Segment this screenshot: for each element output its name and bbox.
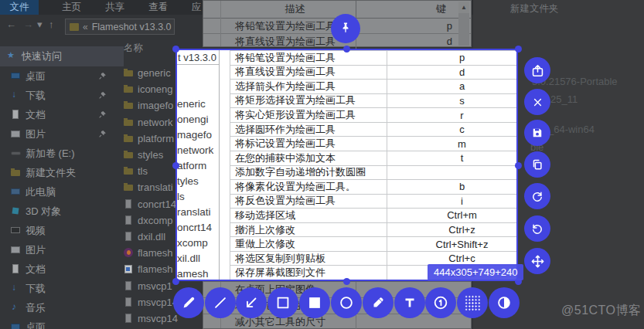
history-dropdown-icon[interactable]: ▾	[37, 19, 43, 30]
pin-tool-button[interactable]	[331, 14, 360, 43]
sidebar-item-icon	[11, 303, 21, 313]
text-tool-button[interactable]	[394, 287, 425, 318]
sidebar-item-icon	[11, 226, 21, 236]
column-header-key[interactable]: 键	[356, 1, 471, 18]
sidebar-item-label: 文档	[26, 263, 46, 276]
chevron-icon: «	[83, 22, 88, 32]
sidebar-item[interactable]: 文档	[0, 105, 124, 124]
file-item[interactable]: tls	[124, 163, 178, 179]
copy-button[interactable]	[524, 151, 550, 178]
undo-button[interactable]	[524, 215, 550, 242]
invert-tool-button[interactable]	[489, 287, 520, 318]
close-button[interactable]	[524, 89, 550, 115]
file-item[interactable]: styles	[124, 147, 178, 163]
file-name: imagefo	[138, 100, 173, 111]
sidebar-item[interactable]: 文档	[0, 259, 124, 279]
sidebar-item-quick-access[interactable]: 快速访问	[0, 46, 124, 66]
sidebar-item[interactable]: 新建文件夹	[0, 163, 124, 182]
selection-handle-top-right[interactable]	[515, 46, 522, 53]
selection-handle-mid-right[interactable]	[515, 162, 522, 169]
sidebar-item[interactable]: 图片	[0, 124, 124, 144]
sidebar-item[interactable]: 桌面	[0, 66, 124, 86]
selection-handle-top-left[interactable]	[172, 46, 179, 53]
sidebar-item[interactable]: 图片	[0, 240, 124, 259]
pin-icon	[98, 130, 107, 138]
counter-tool-button[interactable]	[425, 287, 456, 318]
file-item[interactable]: dxcomp	[124, 212, 178, 229]
file-item[interactable]: iconeng	[124, 81, 178, 97]
filled-rectangle-tool-button[interactable]	[299, 287, 330, 318]
shortcut-key: d	[356, 34, 471, 49]
selection-handle-top-center[interactable]	[343, 46, 350, 53]
open-app-button[interactable]	[524, 57, 550, 83]
file-item[interactable]: imagefo	[124, 97, 178, 114]
pin-icon	[98, 110, 107, 119]
file-icon	[124, 134, 134, 144]
sidebar-item[interactable]: 新加卷 (E:)	[0, 144, 124, 163]
sidebar-item-icon	[11, 110, 21, 120]
scroll-up-icon[interactable]: ▲	[458, 2, 469, 13]
selection-handle-bottom-center[interactable]	[343, 278, 350, 285]
forward-icon[interactable]: →	[23, 19, 33, 30]
selection-border[interactable]	[175, 49, 518, 281]
address-bar[interactable]: « Flameshot v13.3.0	[65, 19, 175, 35]
file-item[interactable]: msvcp1	[124, 277, 178, 293]
sidebar-item-label: 新加卷 (E:)	[26, 147, 75, 161]
file-name: concrt14	[138, 198, 176, 210]
sidebar-item[interactable]: 视频	[0, 221, 124, 240]
column-header-description[interactable]: 描述	[203, 1, 356, 18]
sidebar-item-icon	[11, 71, 21, 81]
file-icon	[124, 264, 134, 274]
file-item[interactable]: platform	[124, 131, 178, 147]
file-icon	[124, 117, 134, 127]
line-tool-button[interactable]	[205, 287, 236, 318]
pencil-tool-button[interactable]	[173, 287, 204, 318]
back-icon[interactable]: ←	[6, 19, 16, 30]
file-name: translati	[138, 181, 173, 193]
selection-handle-mid-left[interactable]	[172, 162, 179, 169]
file-item[interactable]: concrt14	[124, 196, 178, 212]
file-item[interactable]: msvcp14	[124, 294, 178, 310]
close-icon	[531, 96, 544, 109]
file-item[interactable]: generic	[124, 65, 178, 81]
circle-tool-button[interactable]	[331, 287, 362, 318]
arrow-tool-button[interactable]	[236, 287, 267, 318]
sidebar-item[interactable]: 3D 对象	[0, 202, 124, 221]
table-gridline	[220, 1, 221, 46]
file-menu-tab[interactable]: 文件	[0, 0, 39, 15]
redo-button[interactable]	[524, 183, 550, 209]
file-item[interactable]: network	[124, 114, 178, 131]
sidebar-item-label: 下载	[26, 89, 46, 103]
file-item[interactable]: flamesh	[124, 261, 178, 277]
sidebar-item[interactable]: 下载	[0, 279, 124, 298]
selection-handle-bottom-left[interactable]	[172, 278, 179, 285]
ribbon-tab[interactable]: 主页	[62, 0, 83, 15]
move-button[interactable]	[524, 248, 550, 274]
name-column-header[interactable]: 名称	[124, 42, 143, 55]
file-item[interactable]: msvcp14	[124, 310, 178, 327]
file-name: styles	[138, 149, 163, 161]
sidebar-item[interactable]: 下载	[0, 86, 124, 105]
open-app-icon	[530, 63, 545, 78]
marker-tool-button[interactable]	[363, 287, 394, 318]
file-name: flamesh	[138, 247, 173, 259]
file-item[interactable]: dxil.dll	[124, 229, 178, 245]
save-button[interactable]	[524, 120, 550, 146]
table-scrollbar[interactable]: ▲	[458, 2, 469, 46]
sidebar-item[interactable]: 桌面	[0, 317, 124, 329]
sidebar-item[interactable]: 音乐	[0, 298, 124, 317]
ribbon-tab[interactable]: 查看	[148, 0, 170, 15]
file-item[interactable]: flamesh	[124, 245, 178, 261]
sidebar-item-label: 图片	[26, 127, 46, 141]
explorer-sidebar: 快速访问 桌面 下载 文档	[0, 46, 124, 329]
desktop-folder-label[interactable]: 新建文件夹	[510, 2, 559, 15]
up-icon[interactable]: ↑	[49, 19, 54, 30]
rectangle-tool-button[interactable]	[267, 287, 298, 318]
sidebar-item-label: 音乐	[26, 301, 46, 315]
file-name: msvcp14	[138, 297, 178, 308]
file-item[interactable]: translati	[124, 179, 178, 195]
ribbon-tab[interactable]: 共享	[105, 0, 127, 15]
line-icon	[212, 294, 229, 311]
pixelate-tool-button[interactable]	[457, 287, 488, 318]
sidebar-item[interactable]: 此电脑	[0, 182, 124, 202]
